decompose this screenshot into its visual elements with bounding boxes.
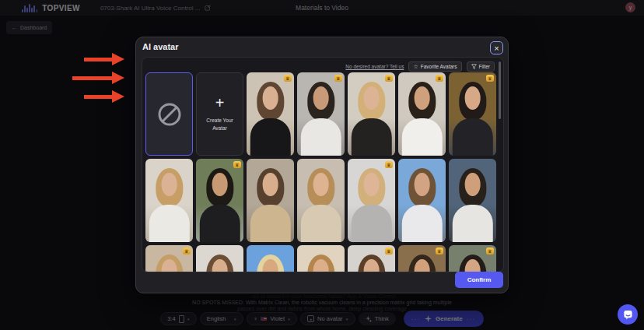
avatar-photo-cell[interactable]: ♛ xyxy=(348,72,395,156)
avatar-torso xyxy=(452,118,492,156)
avatar-photo-cell[interactable]: ♛ xyxy=(145,245,193,272)
avatar-photo-cell[interactable] xyxy=(196,245,243,272)
premium-crown-badge: ♛ xyxy=(486,75,494,82)
red-arrow-annotation xyxy=(84,90,124,103)
premium-crown-badge: ♛ xyxy=(284,75,292,82)
avatar-photo-cell[interactable]: ♛ xyxy=(348,159,395,242)
avatar-face xyxy=(161,173,177,196)
prohibition-icon xyxy=(156,101,183,128)
scrollbar-thumb[interactable] xyxy=(499,61,501,119)
modal-title: AI avatar xyxy=(142,42,178,51)
avatar-face xyxy=(414,173,430,196)
request-avatar-link[interactable]: No desired avatar? Tell us xyxy=(345,64,404,69)
avatar-photo-cell[interactable]: ♛ xyxy=(247,72,294,156)
create-avatar-label: Create Your Avatar xyxy=(203,117,237,132)
avatar-photo-cell[interactable]: ♛ xyxy=(348,245,395,272)
avatar-face xyxy=(262,86,278,110)
avatar-photo-cell[interactable] xyxy=(449,159,496,242)
star-icon: ☆ xyxy=(413,64,418,69)
avatar-photo-cell[interactable] xyxy=(247,159,294,242)
avatar-torso xyxy=(250,205,290,242)
avatar-photo-cell[interactable] xyxy=(247,245,294,272)
avatar-panel-toolbar: No desired avatar? Tell us ☆ Favorite Av… xyxy=(345,61,495,72)
avatar-photo-cell[interactable] xyxy=(297,159,345,242)
avatar-photo-cell[interactable]: ♛ xyxy=(398,72,446,156)
avatar-photo-cell[interactable]: ♛ xyxy=(398,245,446,272)
premium-crown-badge: ♛ xyxy=(183,248,191,255)
avatar-face xyxy=(313,173,329,196)
avatar-photo-cell[interactable]: ♛ xyxy=(449,72,496,156)
confirm-button[interactable]: Confirm xyxy=(455,272,503,288)
avatar-torso xyxy=(149,205,189,242)
avatar-face xyxy=(212,173,228,196)
avatar-torso xyxy=(401,118,442,156)
avatar-torso xyxy=(250,118,290,156)
red-arrow-annotation xyxy=(84,53,124,65)
avatar-face xyxy=(464,86,481,110)
premium-crown-badge: ♛ xyxy=(385,161,393,168)
avatar-face xyxy=(262,173,278,196)
no-avatar-cell-selected[interactable] xyxy=(145,72,193,156)
screen: TOPVIEW 0703-Shark AI Ultra Voice Contro… xyxy=(0,0,644,330)
ai-avatar-modal: AI avatar × No desired avatar? Tell us ☆… xyxy=(135,37,509,293)
avatar-photo-cell[interactable] xyxy=(398,159,446,242)
favorite-avatars-label: Favorite Avatars xyxy=(421,64,457,69)
avatar-panel: No desired avatar? Tell us ☆ Favorite Av… xyxy=(142,57,504,272)
avatar-face xyxy=(363,86,380,110)
avatar-photo-cell[interactable] xyxy=(145,159,193,242)
avatar-face xyxy=(464,173,481,196)
avatar-grid: +Create Your Avatar♛♛♛♛♛♛♛♛♛♛♛ xyxy=(145,72,497,272)
filter-icon xyxy=(471,64,477,69)
premium-crown-badge: ♛ xyxy=(385,75,393,82)
avatar-face xyxy=(363,173,380,196)
red-arrow-annotation xyxy=(72,72,124,84)
avatar-photo-cell[interactable]: ♛ xyxy=(449,245,496,272)
avatar-torso xyxy=(401,205,442,242)
avatar-torso xyxy=(351,118,391,156)
avatar-photo-cell[interactable]: ♛ xyxy=(297,72,345,156)
premium-crown-badge: ♛ xyxy=(385,248,393,255)
avatar-torso xyxy=(300,118,341,156)
favorite-avatars-button[interactable]: ☆ Favorite Avatars xyxy=(408,61,461,72)
plus-icon: + xyxy=(197,95,243,111)
avatar-face xyxy=(414,86,430,110)
chat-bubble-icon xyxy=(623,310,633,320)
chat-launcher-button[interactable] xyxy=(618,304,638,325)
premium-crown-badge: ♛ xyxy=(436,248,443,255)
close-icon[interactable]: × xyxy=(490,41,503,54)
avatar-face xyxy=(313,86,329,110)
avatar-torso xyxy=(351,205,391,242)
premium-crown-badge: ♛ xyxy=(436,75,443,82)
avatar-torso xyxy=(300,205,341,242)
filter-button[interactable]: Filter xyxy=(467,61,495,72)
premium-crown-badge: ♛ xyxy=(334,75,342,82)
avatar-torso xyxy=(199,205,240,242)
create-avatar-cell[interactable]: +Create Your Avatar xyxy=(196,72,243,156)
filter-label: Filter xyxy=(479,64,490,69)
premium-crown-badge: ♛ xyxy=(233,161,241,168)
premium-crown-badge: ♛ xyxy=(486,248,494,255)
avatar-torso xyxy=(452,205,492,242)
avatar-photo-cell[interactable]: ♛ xyxy=(196,159,243,242)
avatar-photo-cell[interactable] xyxy=(297,245,345,272)
